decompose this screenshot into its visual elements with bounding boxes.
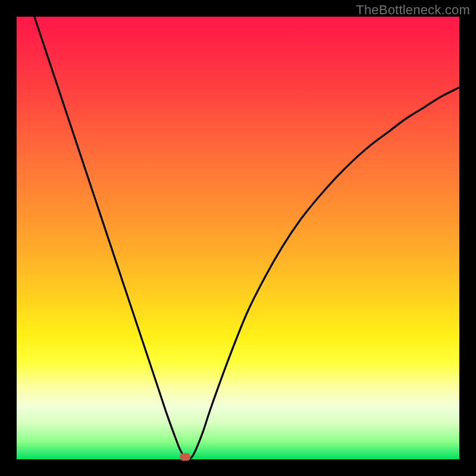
bottleneck-curve: [17, 17, 459, 459]
optimum-marker: [180, 453, 190, 461]
watermark-text: TheBottleneck.com: [356, 2, 470, 18]
chart-frame: TheBottleneck.com: [0, 0, 476, 476]
